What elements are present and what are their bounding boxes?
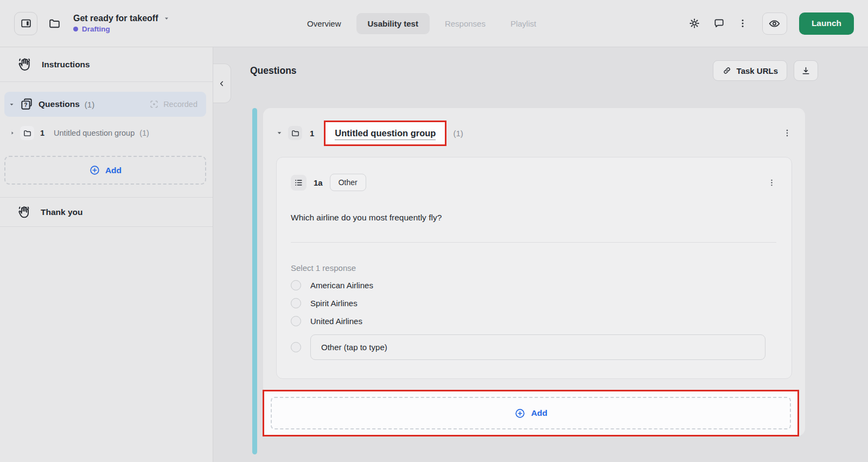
- question-type-badge[interactable]: Other: [330, 174, 366, 191]
- status-dot: [73, 27, 78, 31]
- preview-button[interactable]: [762, 12, 787, 35]
- status-row: Drafting: [73, 25, 170, 33]
- comment-icon: [713, 17, 725, 30]
- sidebar-toggle-icon: [20, 17, 32, 29]
- kebab-icon[interactable]: [767, 178, 776, 187]
- caret-down-icon[interactable]: [276, 130, 283, 136]
- add-question-button[interactable]: Add: [271, 397, 791, 429]
- task-urls-label: Task URLs: [737, 66, 778, 75]
- other-option-input[interactable]: Other (tap to type): [310, 334, 765, 360]
- option-label[interactable]: Spirit Airlines: [310, 299, 358, 308]
- content-header: Questions Task URLs: [213, 47, 868, 81]
- group-selection-bar: [252, 108, 257, 454]
- more-options-button[interactable]: [737, 18, 748, 29]
- app: Get ready for takeoff Drafting Overview …: [0, 0, 868, 462]
- top-right-actions: Launch: [688, 12, 854, 35]
- folder-icon: [20, 126, 34, 140]
- sidebar-collapse-handle[interactable]: [213, 64, 231, 103]
- comments-button[interactable]: [713, 17, 725, 30]
- record-icon: [149, 99, 159, 110]
- sidebar-item-instructions[interactable]: Instructions: [0, 47, 213, 82]
- download-button[interactable]: [794, 60, 818, 81]
- project-title-block: Get ready for takeoff Drafting: [73, 14, 170, 33]
- sidebar-item-question-group[interactable]: 1 Untitled question group (1): [4, 121, 206, 145]
- annotation-box-group-title: Untitled question group: [324, 121, 446, 146]
- radio-button[interactable]: [291, 298, 301, 308]
- instructions-label: Instructions: [42, 60, 90, 69]
- thank-you-label: Thank you: [41, 207, 83, 217]
- radio-button[interactable]: [291, 316, 301, 326]
- kebab-icon[interactable]: [782, 128, 792, 138]
- plus-circle-icon: [89, 164, 100, 176]
- question-text-input[interactable]: Which airline do you most frequently fly…: [291, 213, 776, 223]
- question-cards-icon: ?: [20, 97, 34, 111]
- chevron-left-icon: [218, 79, 226, 88]
- kebab-icon: [737, 18, 748, 29]
- group-count: (1): [139, 129, 149, 137]
- radio-button[interactable]: [291, 342, 301, 352]
- annotation-box-add: Add: [263, 390, 799, 436]
- option-row: United Airlines: [291, 316, 776, 326]
- top-tabs: Overview Usability test Responses Playli…: [297, 0, 546, 47]
- body-row: Instructions ? Questions (1): [0, 47, 868, 462]
- group-label: Untitled question group: [54, 129, 135, 137]
- list-icon: [291, 175, 307, 191]
- sidebar-item-thank-you[interactable]: Thank you: [0, 197, 213, 227]
- group-index: 1: [310, 129, 314, 138]
- sidebar-toggle-button[interactable]: [14, 12, 37, 35]
- launch-button[interactable]: Launch: [799, 12, 854, 35]
- tab-playlist[interactable]: Playlist: [501, 14, 546, 34]
- tab-overview[interactable]: Overview: [297, 14, 351, 34]
- task-urls-button[interactable]: Task URLs: [713, 60, 787, 81]
- group-index: 1: [40, 129, 44, 137]
- caret-down-icon[interactable]: [9, 102, 15, 107]
- eye-icon: [768, 17, 781, 30]
- question-card: 1a Other Which airline do you most frequ…: [276, 157, 792, 379]
- group-title-input[interactable]: Untitled question group: [335, 128, 436, 140]
- page-title: Questions: [250, 65, 297, 77]
- group-count: (1): [453, 129, 463, 138]
- question-card-header: 1a Other: [291, 174, 776, 191]
- gear-icon: [688, 17, 701, 30]
- recorded-group: Recorded: [149, 99, 197, 110]
- option-label[interactable]: American Airlines: [310, 281, 373, 290]
- option-row: American Airlines: [291, 280, 776, 290]
- project-title-row[interactable]: Get ready for takeoff: [73, 14, 170, 23]
- project-title: Get ready for takeoff: [73, 14, 158, 23]
- link-icon: [722, 66, 732, 75]
- settings-button[interactable]: [688, 17, 701, 30]
- radio-button[interactable]: [291, 280, 301, 290]
- tab-usability-test[interactable]: Usability test: [356, 13, 430, 34]
- question-group-header: 1 Untitled question group (1): [276, 116, 792, 150]
- add-question-label: Add: [531, 408, 547, 418]
- question-divider: [291, 242, 776, 243]
- option-row: Spirit Airlines: [291, 298, 776, 308]
- other-option-row: Other (tap to type): [291, 334, 765, 360]
- hand-icon: [16, 205, 31, 220]
- svg-text:?: ?: [24, 102, 27, 108]
- caret-right-icon[interactable]: [10, 130, 15, 136]
- folder-icon: [288, 126, 302, 140]
- hand-icon: [16, 56, 33, 73]
- select-hint: Select 1 response: [291, 263, 776, 273]
- questions-label: Questions: [39, 99, 80, 109]
- question-group-card: 1 Untitled question group (1): [263, 108, 805, 436]
- question-number: 1a: [314, 178, 323, 187]
- questions-count: (1): [85, 100, 94, 109]
- sidebar-add-button[interactable]: Add: [4, 156, 206, 185]
- sidebar: Instructions ? Questions (1): [0, 47, 213, 462]
- sidebar-add-label: Add: [105, 166, 122, 175]
- status-badge: Drafting: [82, 25, 110, 33]
- question-group-section: 1 Untitled question group (1): [252, 108, 805, 454]
- recorded-label: Recorded: [163, 100, 197, 109]
- sidebar-item-questions[interactable]: ? Questions (1) Recorded: [4, 92, 206, 117]
- download-icon: [801, 66, 811, 76]
- top-bar: Get ready for takeoff Drafting Overview …: [0, 0, 868, 47]
- main-content: Questions Task URLs: [213, 47, 868, 462]
- caret-down-icon: [163, 15, 170, 22]
- option-label[interactable]: United Airlines: [310, 317, 362, 326]
- tab-responses[interactable]: Responses: [435, 14, 495, 34]
- folder-icon[interactable]: [48, 17, 61, 30]
- plus-circle-icon: [514, 408, 526, 419]
- header-actions: Task URLs: [713, 60, 818, 81]
